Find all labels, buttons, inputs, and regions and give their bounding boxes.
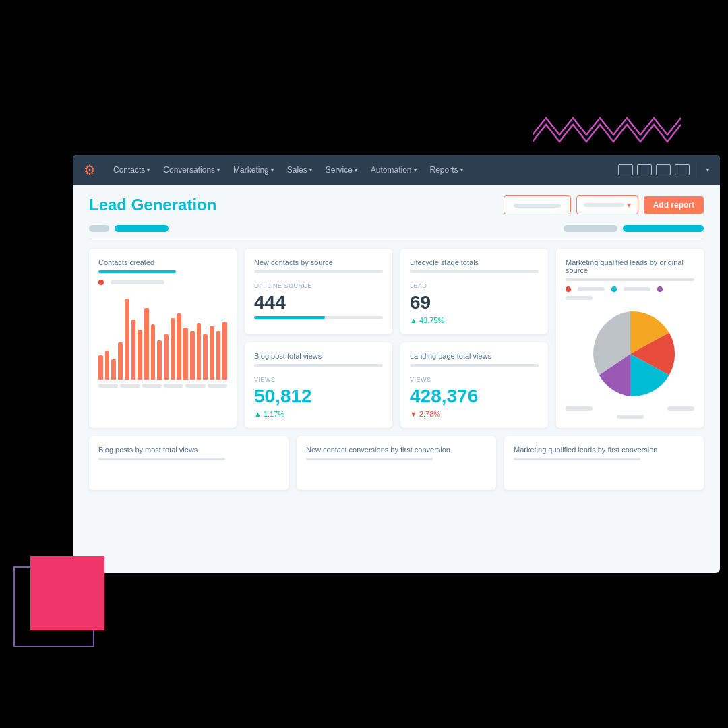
sales-chevron: ▾ (309, 167, 312, 173)
browser-window: ⚙ Contacts ▾ Conversations ▾ Marketing ▾… (73, 155, 720, 573)
header-actions: ▾ Add report (504, 195, 704, 214)
nav-automation[interactable]: Automation ▾ (364, 155, 423, 185)
nav-sales[interactable]: Sales ▾ (280, 155, 319, 185)
legend-dot-teal (611, 286, 617, 292)
bar-10 (157, 340, 162, 380)
bar-4 (118, 342, 123, 380)
bar-7 (138, 330, 142, 380)
lifecycle-subtitle: LEAD (410, 282, 539, 289)
zigzag-decoration (533, 104, 688, 145)
bottom-card-3: Marketing qualified leads by first conve… (504, 436, 704, 490)
bar-1 (98, 355, 103, 380)
bar-18 (210, 326, 214, 380)
legend-bar-1 (111, 280, 164, 284)
service-chevron: ▾ (355, 167, 357, 173)
mql-legend (566, 286, 694, 300)
lifecycle-change: ▲ 43.75% (410, 316, 539, 324)
dropdown-chevron: ▾ (627, 200, 631, 210)
new-contacts-card: New contacts by source OFFLINE SOURCE 44… (245, 249, 392, 334)
up-arrow-icon-2: ▲ (254, 410, 262, 418)
nav-reports[interactable]: Reports ▾ (423, 155, 470, 185)
chart-x-labels (98, 384, 227, 388)
legend-dot-red (566, 286, 571, 292)
nav-marketing[interactable]: Marketing ▾ (226, 155, 280, 185)
add-report-button[interactable]: Add report (644, 196, 704, 214)
landing-value: 428,376 (410, 386, 539, 407)
nav-icon-4[interactable] (675, 164, 690, 175)
contacts-title: Contacts created (98, 258, 227, 266)
filter-button-1[interactable] (504, 195, 571, 214)
nav-conversations[interactable]: Conversations ▾ (156, 155, 226, 185)
bar-15 (190, 331, 195, 380)
blog-post-card: Blog post total views VIEWS 50,812 ▲ 1.1… (245, 342, 392, 428)
nav-icon-2[interactable] (637, 164, 652, 175)
bottom-title-1: Blog posts by most total views (98, 446, 279, 454)
filter-bar (89, 225, 704, 239)
new-contacts-value: 444 (254, 292, 383, 313)
filter-pill-active[interactable] (115, 225, 169, 232)
navbar-right: ▾ (618, 162, 709, 178)
bar-13 (177, 313, 181, 380)
legend-dot-purple (657, 286, 663, 292)
filter-pill-right-active[interactable] (623, 225, 704, 232)
deco-pink-square (30, 556, 104, 630)
lifecycle-value: 69 (410, 292, 539, 313)
nav-service[interactable]: Service ▾ (319, 155, 364, 185)
conversations-chevron: ▾ (217, 167, 220, 173)
page-header: Lead Generation ▾ Add report (89, 195, 704, 214)
mql-pie-labels (566, 406, 694, 411)
new-contacts-title: New contacts by source (254, 258, 383, 266)
blog-value: 50,812 (254, 386, 383, 407)
pie-chart-container (566, 307, 694, 401)
mql-bottom-label (566, 415, 694, 419)
content-area: Lead Generation ▾ Add report (73, 185, 720, 501)
blog-subtitle: VIEWS (254, 376, 383, 383)
bar-8 (144, 308, 149, 380)
nav-contacts[interactable]: Contacts ▾ (107, 155, 156, 185)
bottom-title-2: New contact conversions by first convers… (306, 446, 487, 454)
bar-6 (131, 320, 136, 380)
filter-bar-right (564, 225, 704, 232)
hubspot-logo: ⚙ (84, 162, 96, 178)
bar-14 (183, 328, 188, 380)
contacts-created-card: Contacts created (89, 249, 237, 428)
blog-change: ▲ 1.17% (254, 410, 383, 418)
bar-20 (222, 322, 227, 380)
page-title: Lead Generation (89, 195, 216, 214)
legend-dot-red (98, 280, 104, 285)
mqls-card: Marketing qualified leads by original so… (556, 249, 704, 428)
reports-chevron: ▾ (460, 167, 463, 173)
up-arrow-icon: ▲ (410, 316, 417, 324)
marketing-chevron: ▾ (271, 167, 274, 173)
contacts-chevron: ▾ (147, 167, 150, 173)
source-bar-fill (254, 316, 325, 319)
nav-more-chevron[interactable]: ▾ (706, 167, 709, 173)
nav-icon-3[interactable] (656, 164, 671, 175)
filter-pill-right-1 (564, 225, 617, 232)
bar-3 (111, 359, 116, 380)
landing-page-card: Landing page total views VIEWS 428,376 ▼… (400, 342, 548, 428)
mqls-title: Marketing qualified leads by original so… (566, 258, 694, 274)
down-arrow-icon: ▼ (410, 410, 417, 418)
automation-chevron: ▾ (414, 167, 417, 173)
filter-button-2[interactable]: ▾ (576, 195, 638, 214)
bar-2 (105, 351, 110, 380)
bottom-card-1: Blog posts by most total views (89, 436, 289, 490)
landing-change: ▼ 2.78% (410, 410, 539, 418)
bar-9 (151, 324, 156, 380)
bottom-title-3: Marketing qualified leads by first conve… (514, 446, 694, 454)
source-bar (254, 316, 383, 319)
bar-19 (216, 331, 221, 380)
nav-divider (698, 162, 698, 178)
contacts-title-bar (98, 270, 176, 273)
blog-post-title: Blog post total views (254, 352, 383, 360)
pie-svg (583, 307, 677, 401)
lifecycle-title: Lifecycle stage totals (410, 258, 539, 266)
bar-11 (164, 334, 169, 380)
bar-12 (171, 318, 175, 380)
lifecycle-card: Lifecycle stage totals LEAD 69 ▲ 43.75% (400, 249, 548, 334)
navbar: ⚙ Contacts ▾ Conversations ▾ Marketing ▾… (73, 155, 720, 185)
dashboard-grid: Contacts created (89, 249, 704, 428)
nav-icon-1[interactable] (618, 164, 633, 175)
filter-pill-1 (89, 225, 109, 232)
